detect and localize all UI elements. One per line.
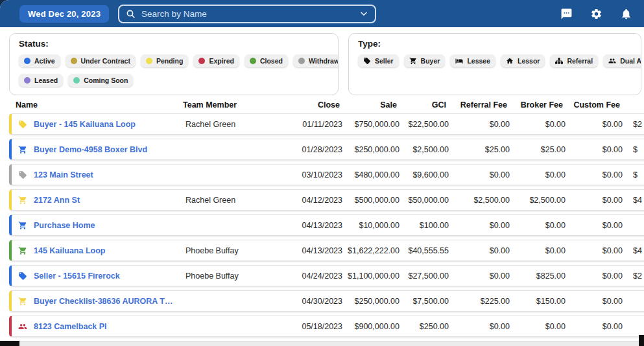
custom-fee-cell: $0.00 — [566, 246, 623, 255]
status-badge-active[interactable]: Active — [19, 54, 60, 67]
clipped-fee-cell: $ — [623, 170, 644, 179]
cart-icon — [18, 246, 27, 255]
team-member-cell: Phoebe Buffay — [179, 246, 270, 255]
custom-fee-cell: $0.00 — [566, 221, 623, 230]
bed-icon — [455, 57, 463, 65]
column-header-name: Name — [9, 100, 176, 110]
transaction-name-link[interactable]: Purchase Home — [34, 221, 179, 230]
transaction-name-link[interactable]: Seller - 15615 Firerock — [34, 271, 179, 281]
users-icon — [18, 322, 27, 331]
search-box[interactable] — [118, 5, 376, 23]
gci-cell: $9,600.00 — [400, 170, 449, 179]
type-badge-dual-agency[interactable]: Dual Agency — [603, 54, 641, 67]
close-date-cell: 04/13/2023 — [270, 246, 342, 255]
table-body: Buyer - 145 Kailuana LoopRachel Green01/… — [0, 113, 644, 346]
status-color-dot — [73, 77, 80, 84]
custom-fee-cell: $0.00 — [566, 271, 623, 281]
sale-cell: $250,000.00 — [342, 145, 400, 154]
close-date-cell: 01/28/2023 — [270, 145, 342, 154]
transaction-row[interactable]: Purchase Home04/13/2023$10,000.00$100.00… — [9, 214, 644, 236]
column-header-custom-fee: Custom Fee — [563, 100, 620, 110]
transaction-row[interactable]: Seller - 15615 FirerockPhoebe Buffay04/2… — [9, 265, 644, 286]
transaction-name-link[interactable]: Buyer Demo-4958 Boxer Blvd — [34, 145, 179, 154]
broker-fee-cell: $25.00 — [510, 145, 566, 154]
notifications-bell-icon[interactable] — [620, 8, 632, 20]
sale-cell: $900,000.00 — [342, 322, 400, 331]
broker-fee-cell: $150.00 — [510, 297, 566, 306]
horizontal-scrollbar[interactable] — [0, 341, 644, 346]
status-badge-coming-soon[interactable]: Coming Soon — [68, 74, 133, 87]
status-badge-under-contract[interactable]: Under Contract — [66, 54, 136, 67]
tag-icon — [18, 120, 27, 129]
broker-fee-cell: $0.00 — [510, 170, 566, 179]
team-member-cell: Rachel Green — [179, 196, 270, 205]
close-date-cell: 04/24/2023 — [270, 271, 342, 281]
transaction-row[interactable]: Buyer - 145 Kailuana LoopRachel Green01/… — [9, 113, 644, 135]
referral-fee-cell: $0.00 — [449, 170, 510, 179]
team-member-cell: Rachel Green — [179, 120, 270, 129]
type-badge-label: Lessee — [467, 57, 490, 65]
status-color-dot — [24, 77, 30, 84]
custom-fee-cell: $0.00 — [566, 322, 623, 331]
transaction-row[interactable]: 123 Main Street03/10/2023$480,000.00$9,6… — [9, 164, 644, 185]
status-badge-label: Withdrawn — [309, 57, 339, 65]
cart-icon — [409, 57, 417, 65]
search-icon — [126, 9, 136, 19]
type-badge-label: Buyer — [421, 57, 440, 65]
custom-fee-cell: $0.00 — [566, 196, 623, 205]
custom-fee-cell: $0.00 — [566, 170, 623, 179]
status-color-dot — [71, 58, 77, 64]
column-header-sale: Sale — [340, 100, 397, 110]
type-badge-lessor[interactable]: Lessor — [501, 54, 545, 67]
horizontal-scrollbar-thumb[interactable] — [0, 341, 19, 346]
transaction-name-link[interactable]: Buyer - 145 Kailuana Loop — [34, 120, 179, 129]
settings-gear-icon[interactable] — [590, 8, 602, 20]
gci-cell: $27,500.00 — [400, 271, 449, 281]
date-button[interactable]: Wed Dec 20, 2023 — [19, 5, 109, 23]
transaction-row[interactable]: 145 Kailuana LoopPhoebe Buffay04/13/2023… — [9, 240, 644, 261]
close-date-cell: 04/30/2023 — [270, 297, 342, 306]
type-badge-label: Dual Agency — [620, 57, 641, 65]
cart-icon — [18, 297, 27, 306]
status-badge-pending[interactable]: Pending — [141, 54, 188, 67]
chevron-down-icon[interactable] — [359, 9, 368, 18]
status-color-dot — [298, 58, 305, 64]
transaction-name-link[interactable]: 8123 Camelback Pl — [34, 322, 179, 331]
messages-icon[interactable] — [560, 8, 573, 20]
column-header-referral-fee: Referral Fee — [446, 100, 507, 110]
sale-cell: $1,100,000.00 — [342, 271, 400, 281]
cart-icon — [18, 221, 27, 230]
transaction-row[interactable]: 8123 Camelback Pl05/18/2023$900,000.00$2… — [9, 316, 644, 337]
type-badge-referral[interactable]: Referral — [550, 54, 598, 67]
close-date-cell: 03/10/2023 — [270, 170, 342, 179]
clipped-fee-cell: $ — [623, 145, 644, 154]
close-date-cell: 01/11/2023 — [270, 120, 342, 129]
status-badge-closed[interactable]: Closed — [244, 54, 288, 67]
vertical-scrollbar-thumb[interactable] — [639, 335, 644, 346]
gci-cell: $40,555.55 — [400, 246, 449, 255]
gci-cell: $50,000.00 — [400, 196, 449, 205]
transaction-name-link[interactable]: 2172 Ann St — [34, 196, 179, 205]
referral-fee-cell: $225.00 — [449, 297, 510, 306]
transaction-row[interactable]: 2172 Ann StRachel Green04/12/2023$500,00… — [9, 189, 644, 211]
status-badge-withdrawn[interactable]: Withdrawn — [293, 54, 339, 67]
status-badge-leased[interactable]: Leased — [19, 74, 63, 87]
transaction-row[interactable]: Buyer Checklist-38636 AURORA TERR...04/3… — [9, 290, 644, 312]
transaction-row[interactable]: Buyer Demo-4958 Boxer Blvd01/28/2023$250… — [9, 139, 644, 160]
type-badge-seller[interactable]: Seller — [358, 54, 399, 67]
transaction-name-link[interactable]: Buyer Checklist-38636 AURORA TERR... — [34, 297, 179, 306]
transaction-name-link[interactable]: 145 Kailuana Loop — [34, 246, 179, 255]
app-window: Wed Dec 20, 2023 — [0, 0, 644, 346]
custom-fee-cell: $0.00 — [566, 297, 623, 306]
transaction-name-link[interactable]: 123 Main Street — [34, 170, 179, 179]
clipped-fee-cell: $4 — [623, 196, 644, 205]
gci-cell: $2,500.00 — [400, 145, 449, 154]
search-input[interactable] — [140, 8, 355, 19]
status-color-dot — [250, 58, 256, 64]
status-badge-expired[interactable]: Expired — [193, 54, 239, 67]
gci-cell: $250.00 — [400, 322, 449, 331]
type-badge-buyer[interactable]: Buyer — [404, 54, 446, 67]
status-badge-label: Under Contract — [81, 57, 130, 65]
type-badge-lessee[interactable]: Lessee — [450, 54, 495, 67]
referral-fee-cell: $0.00 — [449, 120, 510, 129]
